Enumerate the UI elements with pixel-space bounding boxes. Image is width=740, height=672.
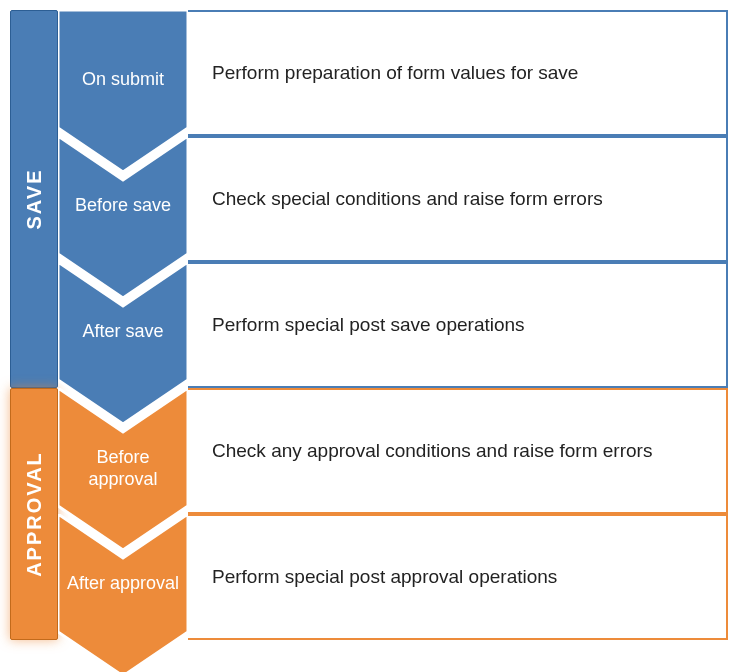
step-row-before-approval: Before approval Check any approval condi… (58, 388, 730, 514)
step-label: Before save (58, 194, 188, 216)
step-description-text: Check any approval conditions and raise … (212, 440, 652, 462)
step-label: Before approval (58, 446, 188, 490)
step-description-text: Perform special post approval operations (212, 566, 557, 588)
step-description: Perform preparation of form values for s… (188, 10, 728, 136)
process-diagram: SAVE APPROVAL On submit Perform preparat… (10, 10, 730, 650)
step-description: Check any approval conditions and raise … (188, 388, 728, 514)
step-row-on-submit: On submit Perform preparation of form va… (58, 10, 730, 136)
step-description-text: Check special conditions and raise form … (212, 188, 603, 210)
step-description: Perform special post approval operations (188, 514, 728, 640)
step-description: Check special conditions and raise form … (188, 136, 728, 262)
step-row-after-save: After save Perform special post save ope… (58, 262, 730, 388)
phase-label-approval: APPROVAL (23, 451, 46, 577)
step-row-before-save: Before save Check special conditions and… (58, 136, 730, 262)
chevron-after-approval: After approval (58, 514, 188, 640)
step-label: On submit (58, 68, 188, 90)
chevron-before-approval: Before approval (58, 388, 188, 514)
phase-band-save: SAVE (10, 10, 58, 388)
chevron-before-save: Before save (58, 136, 188, 262)
step-row-after-approval: After approval Perform special post appr… (58, 514, 730, 640)
phase-band-approval: APPROVAL (10, 388, 58, 640)
step-description-text: Perform special post save operations (212, 314, 525, 336)
chevron-on-submit: On submit (58, 10, 188, 136)
step-description: Perform special post save operations (188, 262, 728, 388)
chevron-after-save: After save (58, 262, 188, 388)
step-description-text: Perform preparation of form values for s… (212, 62, 578, 84)
step-label: After save (58, 320, 188, 342)
step-label: After approval (58, 572, 188, 594)
phase-label-save: SAVE (23, 169, 46, 230)
